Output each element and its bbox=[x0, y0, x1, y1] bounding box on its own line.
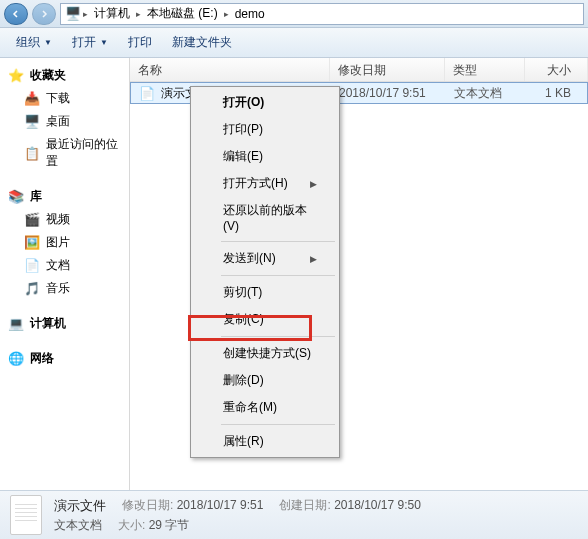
toolbar-label: 打开 bbox=[72, 34, 96, 51]
file-date: 2018/10/17 9:51 bbox=[331, 86, 446, 100]
status-size-value: 29 字节 bbox=[149, 518, 190, 532]
ctx-restore-previous[interactable]: 还原以前的版本(V) bbox=[193, 197, 337, 238]
column-headers: 名称 修改日期 类型 大小 bbox=[130, 58, 588, 82]
sidebar-header-label: 收藏夹 bbox=[30, 67, 66, 84]
sidebar-item-downloads[interactable]: 📥 下载 bbox=[0, 87, 129, 110]
computer-icon: 💻 bbox=[8, 316, 24, 332]
column-header-name[interactable]: 名称 bbox=[130, 58, 330, 81]
details-pane: 演示文件 修改日期: 2018/10/17 9:51 创建日期: 2018/10… bbox=[0, 490, 588, 539]
sidebar-header-label: 计算机 bbox=[30, 315, 66, 332]
ctx-label: 发送到(N) bbox=[223, 250, 276, 267]
address-bar[interactable]: 🖥️ ▸ 计算机 ▸ 本地磁盘 (E:) ▸ demo bbox=[60, 3, 584, 25]
column-header-date[interactable]: 修改日期 bbox=[330, 58, 445, 81]
organize-button[interactable]: 组织 ▼ bbox=[8, 30, 60, 55]
chevron-right-icon: ▶ bbox=[310, 179, 317, 189]
open-button[interactable]: 打开 ▼ bbox=[64, 30, 116, 55]
sidebar-network-header[interactable]: 🌐 网络 bbox=[0, 347, 129, 370]
ctx-rename[interactable]: 重命名(M) bbox=[193, 394, 337, 421]
sidebar-item-label: 视频 bbox=[46, 211, 70, 228]
ctx-delete[interactable]: 删除(D) bbox=[193, 367, 337, 394]
network-icon: 🌐 bbox=[8, 351, 24, 367]
ctx-cut[interactable]: 剪切(T) bbox=[193, 279, 337, 306]
sidebar-item-label: 文档 bbox=[46, 257, 70, 274]
new-folder-button[interactable]: 新建文件夹 bbox=[164, 30, 240, 55]
chevron-right-icon: ▶ bbox=[310, 254, 317, 264]
column-header-size[interactable]: 大小 bbox=[525, 58, 588, 81]
ctx-create-shortcut[interactable]: 创建快捷方式(S) bbox=[193, 340, 337, 367]
menu-separator bbox=[221, 424, 335, 425]
library-icon: 📚 bbox=[8, 189, 24, 205]
nav-forward-button[interactable] bbox=[32, 3, 56, 25]
sidebar-item-label: 桌面 bbox=[46, 113, 70, 130]
breadcrumb-segment[interactable]: 计算机 bbox=[90, 5, 134, 22]
nav-back-button[interactable] bbox=[4, 3, 28, 25]
breadcrumb-segment[interactable]: demo bbox=[231, 7, 269, 21]
ctx-open[interactable]: 打开(O) bbox=[193, 89, 337, 116]
column-header-type[interactable]: 类型 bbox=[445, 58, 525, 81]
sidebar-item-label: 最近访问的位置 bbox=[46, 136, 121, 170]
computer-icon: 🖥️ bbox=[65, 6, 81, 22]
sidebar-favorites-header[interactable]: ⭐ 收藏夹 bbox=[0, 64, 129, 87]
ctx-edit[interactable]: 编辑(E) bbox=[193, 143, 337, 170]
toolbar: 组织 ▼ 打开 ▼ 打印 新建文件夹 bbox=[0, 28, 588, 58]
music-icon: 🎵 bbox=[24, 281, 40, 297]
sidebar-header-label: 库 bbox=[30, 188, 42, 205]
sidebar-item-recent[interactable]: 📋 最近访问的位置 bbox=[0, 133, 129, 173]
status-file-type: 文本文档 bbox=[54, 517, 102, 534]
chevron-right-icon: ▸ bbox=[83, 9, 88, 19]
sidebar-item-documents[interactable]: 📄 文档 bbox=[0, 254, 129, 277]
status-create-label: 创建日期: bbox=[279, 498, 330, 512]
status-file-name: 演示文件 bbox=[54, 497, 106, 515]
sidebar-item-label: 下载 bbox=[46, 90, 70, 107]
sidebar-libraries-header[interactable]: 📚 库 bbox=[0, 185, 129, 208]
file-type: 文本文档 bbox=[446, 85, 526, 102]
print-button[interactable]: 打印 bbox=[120, 30, 160, 55]
chevron-right-icon: ▸ bbox=[224, 9, 229, 19]
ctx-print[interactable]: 打印(P) bbox=[193, 116, 337, 143]
sidebar-item-videos[interactable]: 🎬 视频 bbox=[0, 208, 129, 231]
file-size: 1 KB bbox=[526, 86, 587, 100]
titlebar: 🖥️ ▸ 计算机 ▸ 本地磁盘 (E:) ▸ demo bbox=[0, 0, 588, 28]
text-file-icon: 📄 bbox=[139, 85, 155, 101]
status-mod-label: 修改日期: bbox=[122, 498, 173, 512]
sidebar-item-pictures[interactable]: 🖼️ 图片 bbox=[0, 231, 129, 254]
chevron-down-icon: ▼ bbox=[100, 38, 108, 47]
video-icon: 🎬 bbox=[24, 212, 40, 228]
status-mod-value: 2018/10/17 9:51 bbox=[177, 498, 264, 512]
menu-separator bbox=[221, 241, 335, 242]
ctx-label: 打开方式(H) bbox=[223, 175, 288, 192]
sidebar-item-desktop[interactable]: 🖥️ 桌面 bbox=[0, 110, 129, 133]
star-icon: ⭐ bbox=[8, 68, 24, 84]
navigation-pane: ⭐ 收藏夹 📥 下载 🖥️ 桌面 📋 最近访问的位置 📚 库 🎬 bbox=[0, 58, 130, 490]
sidebar-item-label: 图片 bbox=[46, 234, 70, 251]
status-size-label: 大小: bbox=[118, 518, 145, 532]
picture-icon: 🖼️ bbox=[24, 235, 40, 251]
download-icon: 📥 bbox=[24, 91, 40, 107]
sidebar-item-music[interactable]: 🎵 音乐 bbox=[0, 277, 129, 300]
menu-separator bbox=[221, 275, 335, 276]
status-create-value: 2018/10/17 9:50 bbox=[334, 498, 421, 512]
toolbar-label: 组织 bbox=[16, 34, 40, 51]
text-file-icon bbox=[10, 495, 42, 535]
ctx-open-with[interactable]: 打开方式(H) ▶ bbox=[193, 170, 337, 197]
sidebar-computer-header[interactable]: 💻 计算机 bbox=[0, 312, 129, 335]
chevron-right-icon: ▸ bbox=[136, 9, 141, 19]
chevron-down-icon: ▼ bbox=[44, 38, 52, 47]
recent-icon: 📋 bbox=[24, 145, 40, 161]
sidebar-item-label: 音乐 bbox=[46, 280, 70, 297]
ctx-properties[interactable]: 属性(R) bbox=[193, 428, 337, 455]
document-icon: 📄 bbox=[24, 258, 40, 274]
breadcrumb-segment[interactable]: 本地磁盘 (E:) bbox=[143, 5, 222, 22]
ctx-send-to[interactable]: 发送到(N) ▶ bbox=[193, 245, 337, 272]
ctx-copy[interactable]: 复制(C) bbox=[193, 306, 337, 333]
menu-separator bbox=[221, 336, 335, 337]
desktop-icon: 🖥️ bbox=[24, 114, 40, 130]
context-menu: 打开(O) 打印(P) 编辑(E) 打开方式(H) ▶ 还原以前的版本(V) 发… bbox=[190, 86, 340, 458]
sidebar-header-label: 网络 bbox=[30, 350, 54, 367]
